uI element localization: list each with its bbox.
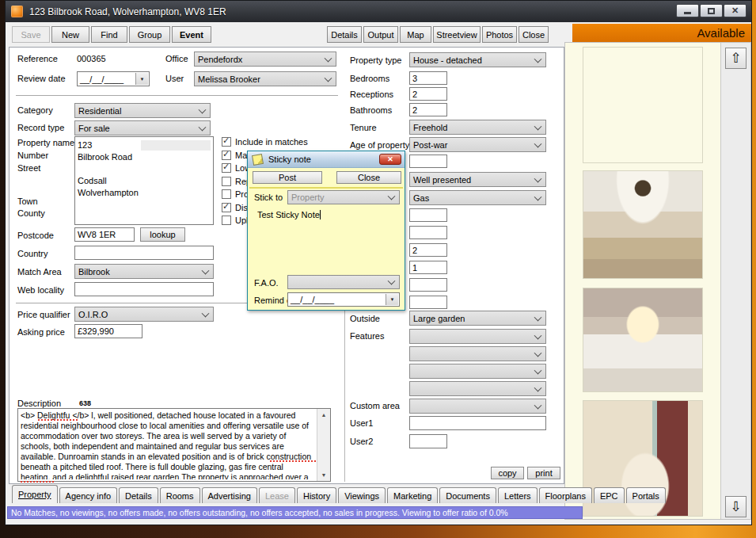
description-scrollbar[interactable]: ▲ ▼ — [317, 409, 330, 481]
details-button[interactable]: Details — [327, 26, 362, 43]
copy-button[interactable]: copy — [491, 467, 524, 479]
tab-property[interactable]: Property — [12, 485, 58, 503]
match-area-select[interactable]: Bilbrook — [74, 264, 214, 279]
displa-checkbox[interactable] — [222, 203, 231, 212]
tab-lease: Lease — [259, 487, 295, 503]
postcode-input[interactable]: WV8 1ER — [74, 227, 135, 242]
user2-input[interactable] — [409, 434, 447, 448]
number-secondary-field[interactable] — [141, 140, 211, 151]
misc-input-3[interactable] — [409, 226, 447, 239]
misc-input-7[interactable] — [409, 296, 447, 309]
tab-letters[interactable]: Letters — [498, 487, 538, 503]
print-button[interactable]: print — [527, 467, 560, 479]
photo-kitchen[interactable] — [583, 288, 702, 391]
event-button[interactable]: Event — [172, 26, 211, 43]
town-label: Town — [17, 197, 38, 206]
match-checkbox[interactable] — [222, 151, 231, 160]
feature-select-4[interactable] — [409, 381, 546, 396]
tab-agency-info[interactable]: Agency info — [59, 487, 117, 503]
title-bar[interactable]: 123 Bilbrook Road, Wolverhampton, WV8 1E… — [6, 1, 751, 22]
close-record-button[interactable]: Close — [519, 26, 549, 43]
scroll-up-icon[interactable]: ▲ — [317, 409, 330, 421]
review-date-input[interactable]: __/__/____▼ — [77, 71, 150, 86]
web-locality-input[interactable] — [74, 282, 214, 296]
tab-advertising[interactable]: Advertising — [202, 487, 257, 503]
chevron-down-icon — [534, 401, 542, 409]
receptions-input[interactable]: 2 — [409, 87, 447, 101]
description-char-count: 638 — [79, 399, 91, 407]
price-qualifier-select[interactable]: O.I.R.O — [74, 307, 214, 322]
custom-area-select[interactable] — [409, 399, 546, 414]
reference-label: Reference — [17, 54, 58, 63]
country-label: Country — [17, 249, 48, 258]
bathrooms-input[interactable]: 2 — [409, 103, 447, 116]
tab-history[interactable]: History — [297, 487, 336, 503]
minimize-button[interactable] — [676, 4, 699, 17]
sticky-post-button[interactable]: Post — [253, 171, 322, 184]
tenure-select[interactable]: Freehold — [409, 120, 546, 135]
fao-select[interactable] — [287, 275, 400, 289]
property-type-select[interactable]: House - detached — [409, 52, 546, 67]
bedrooms-input[interactable]: 3 — [409, 71, 447, 85]
photo-scroll-up-button[interactable]: ⇧ — [725, 48, 747, 69]
streetview-button[interactable]: Streetview — [433, 26, 481, 43]
asking-price-input[interactable]: £329,990 — [74, 324, 142, 338]
remind-on-date-input[interactable]: __/__/____▼ — [287, 292, 400, 307]
scroll-down-icon[interactable]: ▼ — [317, 469, 330, 481]
map-button[interactable]: Map — [400, 26, 431, 43]
age-of-property-select[interactable]: Post-war — [409, 137, 546, 152]
record-type-select[interactable]: For sale — [74, 120, 211, 135]
group-button[interactable]: Group — [129, 26, 170, 43]
country-input[interactable] — [74, 246, 214, 260]
web-locality-label: Web locality — [17, 285, 64, 295]
category-select[interactable]: Residential — [74, 103, 211, 118]
date-dropdown-icon[interactable]: ▼ — [386, 294, 398, 305]
user-label: User — [165, 74, 184, 83]
photo-living-room[interactable] — [583, 171, 702, 278]
include-in-matches-checkbox[interactable] — [222, 137, 231, 147]
low-p-checkbox[interactable] — [222, 163, 231, 173]
lookup-button[interactable]: lookup — [140, 227, 185, 242]
save-button[interactable]: Save — [12, 26, 50, 43]
misc-input-5[interactable]: 1 — [409, 261, 447, 274]
tab-details[interactable]: Details — [119, 487, 158, 503]
condition-select[interactable]: Well presented — [409, 172, 546, 187]
misc-input-2[interactable] — [409, 208, 447, 222]
photo-house-exterior[interactable] — [583, 48, 702, 162]
tab-viewings[interactable]: Viewings — [338, 487, 386, 503]
tab-marketing[interactable]: Marketing — [387, 487, 438, 503]
tab-floorplans[interactable]: Floorplans — [539, 487, 592, 503]
maximize-button[interactable] — [700, 4, 723, 17]
user1-input[interactable] — [409, 416, 546, 430]
user-select[interactable]: Melissa Brooker — [194, 71, 336, 86]
office-select[interactable]: Pendefordx — [194, 52, 336, 67]
heating-select[interactable]: Gas — [409, 190, 546, 205]
description-textarea[interactable]: <b> Delightfu </b> l, well positioned, d… — [17, 408, 331, 482]
find-button[interactable]: Find — [91, 26, 127, 43]
photo-scroll-down-button[interactable]: ⇩ — [725, 496, 747, 517]
tab-epc[interactable]: EPC — [594, 487, 625, 503]
sticky-note-text[interactable]: Test Sticky Note — [257, 210, 321, 219]
sticky-close-button[interactable]: Close — [336, 171, 401, 184]
feature-select-3[interactable] — [409, 364, 546, 379]
close-window-button[interactable]: ✕ — [724, 4, 747, 17]
feature-select-1[interactable] — [409, 329, 546, 344]
photos-button[interactable]: Photos — [482, 26, 517, 43]
tab-rooms[interactable]: Rooms — [160, 487, 200, 503]
sticky-close-x-button[interactable]: ✕ — [379, 154, 401, 165]
prope-checkbox[interactable] — [222, 189, 231, 199]
app-icon — [11, 6, 23, 17]
new-button[interactable]: New — [51, 26, 89, 43]
sticky-note-titlebar[interactable]: Sticky note ✕ — [248, 151, 405, 168]
uploa-checkbox[interactable] — [222, 216, 231, 225]
feature-select-2[interactable] — [409, 346, 546, 361]
output-button[interactable]: Output — [363, 26, 398, 43]
misc-input-6[interactable] — [409, 278, 447, 292]
outside-select[interactable]: Large garden — [409, 311, 546, 326]
misc-input-4[interactable]: 2 — [409, 243, 447, 257]
tab-portals[interactable]: Portals — [626, 487, 666, 503]
misc-input-1[interactable] — [409, 155, 447, 168]
repo-checkbox[interactable] — [222, 177, 231, 186]
date-dropdown-icon[interactable]: ▼ — [135, 73, 148, 85]
tab-documents[interactable]: Documents — [439, 487, 496, 503]
